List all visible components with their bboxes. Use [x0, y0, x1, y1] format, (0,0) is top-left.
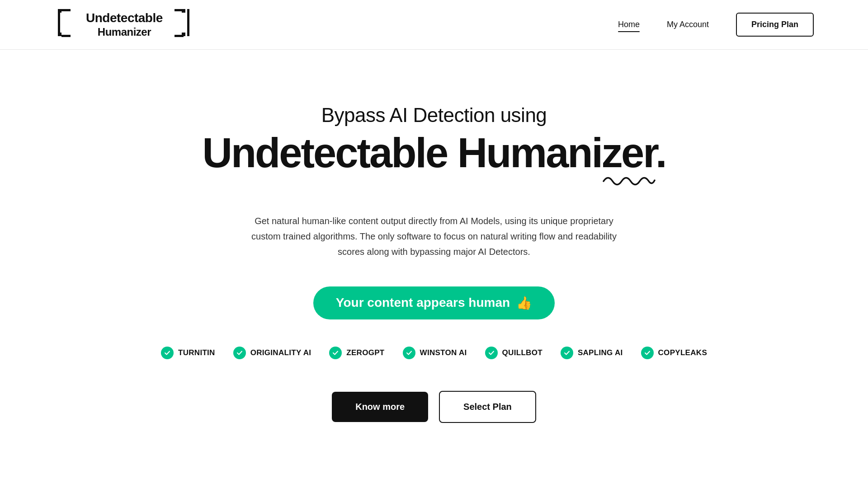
detector-badge: ZEROGPT — [329, 347, 384, 359]
nav-my-account[interactable]: My Account — [667, 20, 709, 29]
logo-bracket-right — [167, 7, 194, 42]
check-circle-icon — [233, 347, 246, 359]
hero-title: Undetectable Humanizer. — [202, 131, 665, 175]
check-circle-icon — [485, 347, 498, 359]
badge-label: Your content appears human — [336, 296, 510, 310]
detector-badge: SAPLING AI — [561, 347, 623, 359]
detector-name: QUILLBOT — [502, 348, 542, 357]
logo-bracket-left — [54, 7, 81, 42]
check-circle-icon — [641, 347, 654, 359]
detector-name: TURNITIN — [178, 348, 215, 357]
detector-name: WINSTON AI — [420, 348, 467, 357]
svg-rect-1 — [61, 9, 71, 11]
detector-name: SAPLING AI — [578, 348, 623, 357]
pricing-plan-button[interactable]: Pricing Plan — [736, 13, 814, 37]
hero-description: Get natural human-like content output di… — [249, 213, 619, 259]
detector-badge: QUILLBOT — [485, 347, 542, 359]
detector-name: ORIGINALITY AI — [250, 348, 311, 357]
check-circle-icon — [561, 347, 573, 359]
human-content-badge[interactable]: Your content appears human 👍 — [313, 286, 555, 319]
svg-rect-7 — [187, 9, 189, 36]
logo: Undetectable Humanizer — [54, 7, 194, 42]
hero-subtitle: Bypass AI Detection using — [321, 104, 547, 127]
detector-badge: TURNITIN — [161, 347, 215, 359]
select-plan-button[interactable]: Select Plan — [439, 391, 536, 423]
logo-text: Undetectable Humanizer — [86, 10, 163, 38]
cta-buttons: Know more Select Plan — [332, 391, 536, 423]
detector-badge: COPYLEAKS — [641, 347, 708, 359]
detector-badge: WINSTON AI — [403, 347, 467, 359]
svg-rect-3 — [58, 33, 61, 36]
svg-rect-2 — [58, 9, 60, 36]
detector-name: COPYLEAKS — [658, 348, 708, 357]
svg-rect-9 — [175, 35, 184, 37]
navigation: Home My Account Pricing Plan — [618, 13, 814, 37]
check-circle-icon — [403, 347, 415, 359]
header: Undetectable Humanizer Home My Account P… — [0, 0, 868, 50]
detector-name: ZEROGPT — [346, 348, 384, 357]
know-more-button[interactable]: Know more — [332, 392, 428, 422]
svg-rect-6 — [175, 9, 184, 11]
nav-home[interactable]: Home — [618, 20, 640, 29]
thumbs-up-icon: 👍 — [516, 296, 532, 310]
check-circle-icon — [161, 347, 174, 359]
check-circle-icon — [329, 347, 342, 359]
detectors-list: TURNITINORIGINALITY AIZEROGPTWINSTON AIQ… — [161, 347, 707, 359]
hero-squiggle-decoration — [185, 170, 683, 195]
main-content: Bypass AI Detection using Undetectable H… — [0, 50, 868, 459]
detector-badge: ORIGINALITY AI — [233, 347, 311, 359]
svg-rect-4 — [61, 35, 71, 37]
